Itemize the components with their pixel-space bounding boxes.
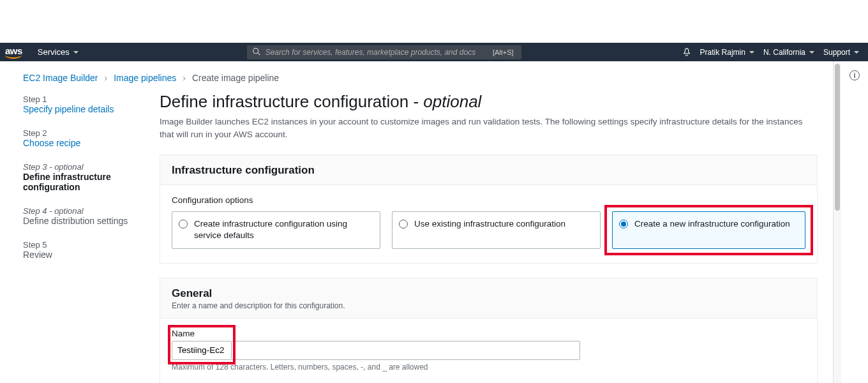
search-input[interactable] xyxy=(266,48,485,57)
step-number: Step 2 xyxy=(23,128,144,138)
wizard-steps: Step 1 Specify pipeline details Step 2 C… xyxy=(23,92,144,383)
chevron-down-icon xyxy=(73,51,79,54)
option-label: Use existing infrastructure configuratio… xyxy=(414,218,565,230)
name-help-text: Maximum of 128 characters. Letters, numb… xyxy=(172,363,805,372)
svg-point-0 xyxy=(253,48,258,53)
bell-icon xyxy=(682,48,691,57)
chevron-down-icon xyxy=(749,51,754,54)
chevron-right-icon: › xyxy=(183,73,186,83)
panel-title: Infrastructure configuration xyxy=(172,164,805,177)
radio-icon xyxy=(399,220,408,229)
option-label: Create infrastructure configuration usin… xyxy=(194,218,372,241)
option-service-defaults[interactable]: Create infrastructure configuration usin… xyxy=(172,211,380,248)
annotation-highlight: Name xyxy=(172,329,232,360)
chevron-right-icon: › xyxy=(105,73,108,83)
step-number: Step 5 xyxy=(23,240,144,250)
user-menu[interactable]: Pratik Rajmin xyxy=(700,48,754,57)
config-options-label: Configuration options xyxy=(172,195,805,205)
vertical-scrollbar[interactable] xyxy=(833,61,841,383)
page-description: Image Builder launches EC2 instances in … xyxy=(160,116,818,140)
page-title: Define infrastructure configuration - op… xyxy=(160,92,818,112)
services-label: Services xyxy=(38,47,70,57)
search-shortcut: [Alt+S] xyxy=(490,49,516,56)
panel-infra-config: Infrastructure configuration Configurati… xyxy=(160,154,818,263)
aws-smile-icon xyxy=(5,55,22,59)
step-link-pipeline-details[interactable]: Specify pipeline details xyxy=(23,104,144,114)
breadcrumb-link[interactable]: EC2 Image Builder xyxy=(23,73,98,83)
option-create-new[interactable]: Create a new infrastructure configuratio… xyxy=(612,211,805,248)
name-input-extension[interactable] xyxy=(232,341,580,360)
top-nav: aws Services [Alt+S] Pratik Rajmin N. Ca… xyxy=(0,43,868,61)
radio-icon xyxy=(179,220,188,229)
chevron-down-icon xyxy=(854,51,859,54)
support-label: Support xyxy=(823,48,850,57)
option-use-existing[interactable]: Use existing infrastructure configuratio… xyxy=(392,211,601,248)
services-menu[interactable]: Services xyxy=(30,47,86,57)
name-input[interactable] xyxy=(172,341,232,360)
svg-line-1 xyxy=(258,52,260,54)
user-name: Pratik Rajmin xyxy=(700,48,745,57)
breadcrumb: EC2 Image Builder › Image pipelines › Cr… xyxy=(0,61,833,92)
global-search[interactable]: [Alt+S] xyxy=(247,45,521,59)
chevron-down-icon xyxy=(809,51,814,54)
scrollbar-thumb[interactable] xyxy=(835,64,840,211)
step-disabled-distribution: Define distribution settings xyxy=(23,216,144,226)
info-icon[interactable]: i xyxy=(849,70,860,80)
step-active-infra-config: Define infrastructure configuration xyxy=(23,172,144,192)
support-menu[interactable]: Support xyxy=(823,48,859,57)
step-number: Step 3 - optional xyxy=(23,162,144,172)
name-label: Name xyxy=(172,329,232,338)
step-number: Step 4 - optional xyxy=(23,206,144,216)
brand-bar xyxy=(0,0,868,43)
info-panel-toggle-col: i xyxy=(841,61,868,383)
breadcrumb-current: Create image pipeline xyxy=(192,73,279,83)
panel-subtitle: Enter a name and description for this co… xyxy=(172,301,805,310)
breadcrumb-link[interactable]: Image pipelines xyxy=(114,73,176,83)
search-icon xyxy=(252,47,260,57)
page-title-main: Define infrastructure configuration - xyxy=(160,92,423,111)
region-menu[interactable]: N. California xyxy=(763,48,814,57)
notifications-button[interactable] xyxy=(682,48,691,57)
aws-logo[interactable]: aws xyxy=(0,45,30,59)
panel-title: General xyxy=(172,287,805,300)
annotation-highlight: Create a new infrastructure configuratio… xyxy=(612,211,805,248)
option-label: Create a new infrastructure configuratio… xyxy=(634,218,790,230)
radio-icon xyxy=(619,220,628,229)
region-label: N. California xyxy=(763,48,805,57)
page-title-optional: optional xyxy=(423,92,481,111)
step-disabled-review: Review xyxy=(23,250,144,260)
step-link-choose-recipe[interactable]: Choose recipe xyxy=(23,138,144,148)
panel-general: General Enter a name and description for… xyxy=(160,278,818,383)
step-number: Step 1 xyxy=(23,94,144,104)
